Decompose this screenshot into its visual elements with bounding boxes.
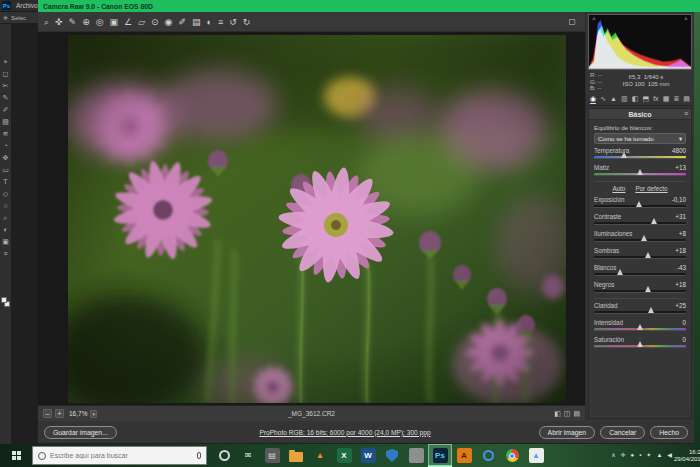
slider-track[interactable] — [594, 256, 686, 259]
vlc-icon[interactable]: ▲ — [308, 444, 332, 467]
exposure-slider[interactable]: Exposición-0,10 — [594, 196, 686, 208]
ps-tool-icon[interactable]: ◇ — [3, 190, 8, 197]
ps-tool-icon[interactable]: ⌖ — [4, 58, 8, 65]
slider-track[interactable] — [594, 239, 686, 242]
photoshop-icon[interactable]: Ps — [428, 444, 452, 467]
tray-expand-icon[interactable]: ∧ — [611, 452, 615, 459]
tab-detail[interactable]: ▲ — [610, 95, 617, 104]
mail-app-icon[interactable]: ✉ — [236, 444, 260, 467]
slider-thumb[interactable] — [617, 269, 623, 275]
ps-tool-icon[interactable]: ≋ — [3, 130, 9, 137]
auto-link[interactable]: Auto — [612, 185, 625, 192]
microphone-icon[interactable] — [197, 452, 201, 459]
cortana-icon[interactable] — [212, 444, 236, 467]
slider-thumb[interactable] — [621, 152, 627, 158]
red-eye-tool-icon[interactable]: ◉ — [165, 17, 173, 27]
ps-tool-icon[interactable]: ✂ — [3, 82, 9, 89]
illustrator-icon[interactable]: A — [452, 444, 476, 467]
preview-before-icon[interactable]: ◧ — [554, 410, 561, 418]
tab-split-toning[interactable]: ◧ — [632, 95, 639, 104]
graduated-filter-tool-icon[interactable]: ▤ — [192, 17, 201, 27]
tray-icon-2[interactable]: ● — [631, 452, 635, 459]
slider-thumb[interactable] — [641, 235, 647, 241]
shadows-slider[interactable]: Sombras+18 — [594, 247, 686, 259]
rotate-right-icon[interactable]: ↻ — [243, 17, 251, 27]
tab-camera-calibration[interactable]: ▦ — [663, 95, 670, 104]
preferences-icon[interactable]: ≡ — [218, 17, 223, 27]
tab-presets[interactable]: ≣ — [673, 95, 679, 104]
app-icon-gray[interactable] — [404, 444, 428, 467]
default-link[interactable]: Por defecto — [635, 185, 667, 192]
taskbar-clock[interactable]: 16:24 29/04/2018 — [674, 449, 700, 463]
photo-canvas[interactable] — [68, 35, 566, 403]
document-app-icon[interactable]: ▤ — [260, 444, 284, 467]
slider-track[interactable] — [594, 205, 686, 208]
blacks-slider[interactable]: Negros+18 — [594, 281, 686, 293]
tray-icon-1[interactable]: ✛ — [621, 452, 626, 459]
highlight-clipping-icon[interactable]: ▲ — [683, 15, 689, 22]
tab-snapshots[interactable]: ▤ — [683, 95, 690, 104]
tab-basic[interactable]: ◉ — [590, 95, 596, 104]
tray-icon-4[interactable]: ✦ — [646, 452, 651, 459]
tab-effects[interactable]: fx — [653, 95, 658, 104]
rotate-left-icon[interactable]: ↺ — [229, 17, 237, 27]
ps-tool-icon[interactable]: ▨ — [2, 118, 9, 125]
slider-track[interactable] — [594, 273, 686, 276]
defender-icon[interactable] — [380, 444, 404, 467]
slider-thumb[interactable] — [645, 252, 651, 258]
tab-lens-corrections[interactable]: ⬒ — [642, 95, 649, 104]
white-balance-select[interactable]: Como se ha tomado ▾ — [594, 133, 686, 144]
slider-thumb[interactable] — [651, 218, 657, 224]
color-sampler-tool-icon[interactable]: ⊕ — [82, 17, 90, 27]
edge-icon[interactable] — [476, 444, 500, 467]
targeted-adjustment-tool-icon[interactable]: ◎ — [96, 17, 104, 27]
slider-track[interactable] — [594, 222, 686, 225]
panel-menu-icon[interactable]: ≡ — [684, 110, 688, 117]
slider-track[interactable] — [594, 290, 686, 293]
highlights-slider[interactable]: Iluminaciones+8 — [594, 230, 686, 242]
ps-tool-icon[interactable]: ✐ — [3, 106, 9, 113]
slider-thumb[interactable] — [636, 201, 642, 207]
slider-track[interactable] — [594, 173, 686, 176]
search-input[interactable] — [50, 452, 193, 459]
clarity-slider[interactable]: Claridad+25 — [594, 302, 686, 314]
chrome-icon[interactable] — [500, 444, 524, 467]
white-balance-tool-icon[interactable]: ✎ — [69, 17, 77, 27]
ps-tool-icon[interactable]: T — [3, 178, 7, 185]
ps-tool-icon[interactable]: ◻ — [3, 70, 9, 77]
tint-slider[interactable]: Matiz+13 — [594, 164, 686, 176]
slider-track[interactable] — [594, 328, 686, 331]
file-explorer-icon[interactable] — [284, 444, 308, 467]
adjustment-brush-tool-icon[interactable]: ✐ — [178, 17, 186, 27]
tab-hsl[interactable]: ▥ — [621, 95, 628, 104]
start-button[interactable] — [0, 444, 32, 467]
ps-tool-icon[interactable]: ⌕ — [4, 214, 8, 221]
ps-tool-icon[interactable]: ✜ — [3, 154, 9, 161]
excel-icon[interactable]: X — [332, 444, 356, 467]
preview-split-icon[interactable]: ◫ — [564, 410, 571, 418]
saturation-slider[interactable]: Saturación0 — [594, 336, 686, 348]
menu-archivo[interactable]: Archivo — [16, 2, 38, 9]
preview-settings-icon[interactable]: ▤ — [573, 410, 580, 418]
slider-thumb[interactable] — [648, 307, 654, 313]
toggle-fullscreen-icon[interactable]: ▢ — [568, 17, 576, 26]
hand-tool-icon[interactable]: ✜ — [55, 17, 63, 27]
slider-thumb[interactable] — [645, 286, 651, 292]
slider-track[interactable] — [594, 156, 686, 159]
slider-thumb[interactable] — [637, 324, 643, 330]
zoom-tool-icon[interactable]: ⌕ — [44, 17, 49, 27]
straighten-tool-icon[interactable]: ∠ — [124, 17, 132, 27]
camera-raw-titlebar[interactable]: Camera Raw 9.0 - Canon EOS 80D — [38, 0, 700, 12]
ps-tool-icon[interactable]: ○ — [3, 202, 7, 209]
shadow-clipping-icon[interactable]: ▲ — [591, 15, 597, 22]
volume-icon[interactable]: ◀ — [667, 452, 672, 459]
ps-tool-icon[interactable]: ✎ — [3, 94, 9, 101]
whites-slider[interactable]: Blancos-43 — [594, 264, 686, 276]
temperature-slider[interactable]: Temperatura4800 — [594, 147, 686, 159]
foreground-color-swatch[interactable] — [1, 297, 7, 303]
transform-tool-icon[interactable]: ▱ — [138, 17, 145, 27]
slider-thumb[interactable] — [637, 341, 643, 347]
vibrance-slider[interactable]: Intensidad0 — [594, 319, 686, 331]
ps-tool-icon[interactable]: ≡ — [3, 250, 7, 257]
contrast-slider[interactable]: Contraste+31 — [594, 213, 686, 225]
